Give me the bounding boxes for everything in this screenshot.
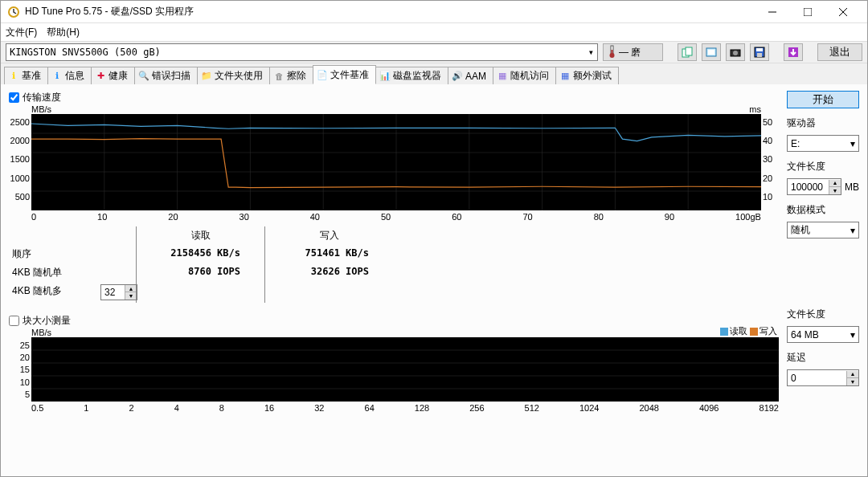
tab-label: 健康	[108, 69, 128, 83]
x-axis: 01020304050 60708090100gB	[9, 210, 779, 222]
exit-button[interactable]: 退出	[817, 43, 862, 61]
spin-up-icon: ▲	[846, 371, 858, 378]
tab-icon: 📊	[379, 71, 391, 82]
tab-随机访问[interactable]: ▦随机访问	[493, 67, 556, 84]
svg-rect-6	[686, 47, 692, 55]
menu-file[interactable]: 文件(F)	[6, 26, 37, 39]
temperature-display: — 磨	[603, 43, 663, 61]
tab-基准[interactable]: ℹ基准	[4, 67, 48, 84]
tab-磁盘监视器[interactable]: 📊磁盘监视器	[375, 67, 448, 84]
menu-help[interactable]: 帮助(H)	[47, 26, 80, 39]
svg-rect-1	[804, 8, 812, 16]
drive-label: 驱动器	[787, 116, 859, 130]
datamode-label: 数据模式	[787, 203, 859, 217]
maximize-button[interactable]	[790, 1, 825, 23]
delay-label: 延迟	[787, 351, 859, 365]
tab-label: 信息	[65, 69, 84, 83]
tab-label: 擦除	[287, 69, 306, 83]
thread-count-spinner[interactable]: ▲▼	[100, 284, 137, 300]
close-button[interactable]	[825, 1, 861, 23]
tab-擦除[interactable]: 🗑擦除	[269, 67, 313, 84]
save-button[interactable]	[750, 43, 769, 61]
spin-down-icon: ▼	[829, 187, 841, 194]
tab-icon: ℹ	[8, 71, 19, 82]
spin-down-icon: ▼	[125, 292, 137, 300]
chevron-down-icon: ▾	[588, 47, 594, 58]
y-right-unit: ms	[749, 104, 761, 114]
tab-icon: 🔍	[138, 71, 149, 82]
copy-button[interactable]	[678, 43, 697, 61]
filelen-input[interactable]: ▲▼	[787, 178, 841, 195]
tab-文件基准[interactable]: 📄文件基准	[313, 65, 376, 84]
tab-label: 磁盘监视器	[393, 69, 441, 83]
chevron-down-icon: ▾	[850, 138, 855, 149]
svg-rect-4	[612, 50, 613, 55]
tab-icon: ℹ	[51, 71, 63, 82]
tab-icon: 🔊	[452, 71, 463, 82]
svg-rect-13	[757, 53, 762, 57]
delay-input[interactable]: ▲▼	[787, 369, 859, 386]
blocksize-chart	[31, 337, 779, 402]
tab-label: 随机访问	[510, 69, 549, 83]
chevron-down-icon: ▾	[850, 225, 855, 236]
blocksize-x-axis: 0.5124816 3264128256512 1024204840968192	[9, 402, 779, 413]
datamode-select[interactable]: 随机▾	[787, 222, 859, 238]
y-left-unit: MB/s	[31, 104, 51, 114]
chevron-down-icon: ▾	[850, 329, 855, 340]
tab-icon: ✚	[95, 71, 106, 82]
transfer-chart	[31, 114, 761, 210]
tab-icon: 📄	[317, 69, 328, 80]
camera-button[interactable]	[726, 43, 745, 61]
filelen2-label: 文件长度	[787, 308, 859, 321]
y-axis-left: 2500200015001000500	[9, 114, 31, 210]
filelen2-select[interactable]: 64 MB▾	[787, 326, 859, 343]
drive-letter-select[interactable]: E:▾	[787, 135, 859, 152]
tab-额外测试[interactable]: ▦额外测试	[555, 67, 619, 84]
filelen-label: 文件长度	[787, 160, 859, 173]
blocksize-checkbox[interactable]: 块大小测量	[9, 314, 779, 328]
start-button[interactable]: 开始	[787, 91, 859, 108]
tab-label: 文件基准	[330, 68, 369, 82]
tab-label: 错误扫描	[152, 69, 190, 83]
tab-label: AAM	[465, 71, 486, 82]
tab-icon: ▦	[559, 71, 571, 82]
tab-icon: ▦	[497, 71, 508, 82]
tab-label: 文件夹使用	[215, 69, 263, 83]
thermometer-icon	[608, 45, 616, 60]
app-icon	[7, 6, 20, 18]
svg-rect-12	[756, 48, 763, 51]
y-axis-right: 5040302010	[761, 114, 779, 210]
tab-AAM[interactable]: 🔊AAM	[448, 67, 493, 84]
screenshot-button[interactable]	[702, 43, 721, 61]
tab-icon: 📁	[201, 71, 212, 82]
spin-down-icon: ▼	[846, 378, 858, 385]
results-table: 读取 写入 顺序 2158456 KB/s 751461 KB/s 4KB 随机…	[9, 226, 779, 303]
drive-select[interactable]: KINGSTON SNVS500G (500 gB) ▾	[6, 43, 598, 61]
options-button[interactable]	[784, 43, 803, 61]
minimize-button[interactable]	[755, 1, 790, 23]
blocksize-legend: 读取 写入	[720, 325, 777, 337]
tab-icon: 🗑	[273, 71, 285, 82]
blocksize-y-axis: 252015105	[9, 337, 31, 402]
transfer-checkbox[interactable]: 传输速度	[9, 91, 779, 104]
tab-文件夹使用[interactable]: 📁文件夹使用	[197, 67, 270, 84]
spin-up-icon: ▲	[125, 285, 137, 292]
svg-rect-8	[708, 50, 714, 55]
window-title: HD Tune Pro 5.75 - 硬盘/SSD 实用程序	[25, 5, 755, 18]
tab-健康[interactable]: ✚健康	[91, 67, 135, 84]
tab-label: 额外测试	[573, 69, 612, 83]
spin-up-icon: ▲	[829, 180, 841, 187]
svg-point-10	[733, 51, 738, 55]
tab-错误扫描[interactable]: 🔍错误扫描	[134, 67, 198, 84]
tab-label: 基准	[22, 69, 41, 83]
tab-信息[interactable]: ℹ信息	[47, 67, 92, 84]
